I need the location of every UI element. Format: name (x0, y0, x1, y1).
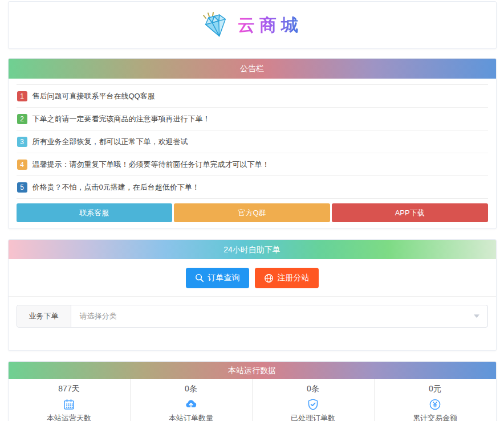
order-actions-row: 订单查询 注册分站 (9, 259, 496, 297)
notice-buttons-row: 联系客服 官方Q群 APP下载 (17, 203, 488, 222)
diamond-logo-icon (201, 12, 232, 39)
notice-board-header: 公告栏 (9, 59, 496, 79)
category-select-placeholder: 请选择分类 (80, 311, 117, 321)
stat-order-count: 0条 本站订单数量 (130, 379, 252, 421)
contact-support-button[interactable]: 联系客服 (17, 203, 173, 222)
order-card: 24小时自助下单 订单查询 注册分站 业务下单 (8, 239, 497, 351)
order-query-label: 订单查询 (208, 273, 240, 283)
stat-processed-orders: 0条 已处理订单数 (252, 379, 374, 421)
notice-text: 价格贵？不怕，点击0元搭建，在后台超低价下单！ (32, 182, 200, 193)
notice-number-badge: 2 (17, 114, 27, 124)
notice-number-badge: 3 (17, 137, 27, 147)
notice-list: 1 售后问题可直接联系平台在线QQ客服 2 下单之前请一定要看完该商品的注意事项… (17, 84, 488, 199)
stats-header: 本站运行数据 (9, 362, 496, 379)
stat-label: 本站运营天数 (9, 413, 130, 421)
stat-value: 877天 (9, 384, 130, 394)
register-substation-label: 注册分站 (278, 273, 310, 283)
calendar-icon (9, 398, 130, 411)
notice-item: 2 下单之前请一定要看完该商品的注意事项再进行下单！ (17, 108, 488, 130)
stat-value: 0元 (375, 384, 496, 394)
stat-label: 累计交易金额 (375, 413, 496, 421)
order-section-header: 24小时自助下单 (9, 240, 496, 259)
shield-check-icon (253, 398, 374, 411)
chevron-down-icon (474, 314, 479, 318)
yen-circle-icon (375, 398, 496, 411)
logo-card: 云商城 (8, 1, 497, 49)
notice-item: 3 所有业务全部恢复，都可以正常下单，欢迎尝试 (17, 130, 488, 153)
notice-number-badge: 1 (17, 91, 27, 101)
notice-text: 售后问题可直接联系平台在线QQ客服 (32, 91, 155, 101)
notice-item: 4 温馨提示：请勿重复下单哦！必须要等待前面任务订单完成才可以下单！ (17, 153, 488, 176)
category-select[interactable]: 请选择分类 (71, 305, 487, 327)
order-query-button[interactable]: 订单查询 (186, 268, 249, 288)
app-download-button[interactable]: APP下载 (332, 203, 488, 222)
order-form: 业务下单 请选择分类 (9, 297, 496, 350)
stat-label: 已处理订单数 (253, 413, 374, 421)
search-icon (195, 273, 204, 283)
notice-item: 5 价格贵？不怕，点击0元搭建，在后台超低价下单！ (17, 176, 488, 199)
stat-label: 本站订单数量 (131, 413, 252, 421)
category-input-group: 业务下单 请选择分类 (17, 305, 488, 328)
stats-card: 本站运行数据 877天 本站运营天数 (8, 361, 497, 421)
notice-item: 1 售后问题可直接联系平台在线QQ客服 (17, 85, 488, 108)
notice-board-card: 公告栏 1 售后问题可直接联系平台在线QQ客服 2 下单之前请一定要看完该商品的… (8, 58, 497, 229)
page: 云商城 公告栏 1 售后问题可直接联系平台在线QQ客服 2 下单之前请一定要看完… (8, 1, 497, 421)
stat-days-running: 877天 本站运营天数 (9, 379, 130, 421)
site-logo[interactable]: 云商城 (201, 12, 303, 39)
register-substation-button[interactable]: 注册分站 (255, 268, 319, 288)
stats-row: 877天 本站运营天数 0条 (9, 379, 496, 421)
site-title: 云商城 (238, 14, 303, 37)
notice-number-badge: 5 (17, 182, 27, 193)
order-form-label: 业务下单 (17, 305, 71, 327)
cloud-upload-icon (131, 398, 252, 411)
stat-value: 0条 (253, 384, 374, 394)
notice-text: 温馨提示：请勿重复下单哦！必须要等待前面任务订单完成才可以下单！ (32, 160, 270, 170)
globe-icon (264, 273, 274, 283)
stat-value: 0条 (131, 384, 252, 394)
notice-text: 所有业务全部恢复，都可以正常下单，欢迎尝试 (32, 137, 188, 147)
notice-number-badge: 4 (17, 160, 27, 170)
notice-text: 下单之前请一定要看完该商品的注意事项再进行下单！ (32, 114, 210, 124)
stat-total-amount: 0元 累计交易金额 (374, 379, 496, 421)
official-qq-group-button[interactable]: 官方Q群 (174, 203, 330, 222)
